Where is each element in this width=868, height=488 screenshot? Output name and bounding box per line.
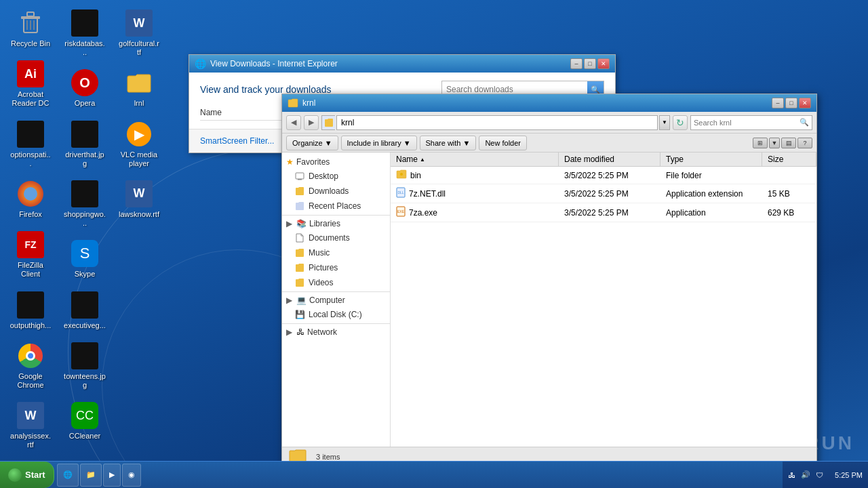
explorer-file-list-pane: Name ▲ Date modified Type Size: [391, 152, 816, 447]
downloads-nav-label: Downloads: [309, 186, 349, 196]
svg-text:EXE: EXE: [397, 209, 405, 214]
file-type-col: Application extension: [660, 184, 762, 203]
address-bar[interactable]: krnl: [336, 115, 658, 130]
nav-item-music[interactable]: Music: [282, 245, 390, 260]
computer-section[interactable]: ▶ 💻 Computer: [282, 293, 390, 307]
desktop-icon-golfcultural[interactable]: W golfcultural.rtf: [115, 7, 163, 60]
lawsknow-label: lawsknow.rtf: [119, 210, 159, 219]
include-library-button[interactable]: Include in library ▼: [341, 136, 417, 150]
organize-dropdown-icon: ▼: [325, 139, 332, 147]
preview-pane-button[interactable]: ▤: [781, 138, 796, 148]
organize-button[interactable]: Organize ▼: [286, 136, 338, 150]
table-row[interactable]: EXE 7za.exe 3/5/2022 5:25 PM Application: [391, 203, 816, 222]
explorer-search-input[interactable]: [694, 119, 800, 127]
desktop-icon-recycle-bin[interactable]: Recycle Bin: [7, 7, 54, 51]
file-name-col: bin: [391, 167, 559, 184]
col-header-size[interactable]: Size: [762, 152, 816, 166]
filezilla-label: FileZilla Client: [9, 261, 52, 279]
new-folder-button[interactable]: New folder: [479, 136, 527, 150]
nav-item-documents[interactable]: Documents: [282, 230, 390, 245]
table-row[interactable]: DLL 7z.NET.dll 3/5/2022 5:25 PM Applicat…: [391, 184, 816, 203]
taskbar-item-chrome[interactable]: ◉: [122, 464, 141, 487]
folder-icon: [396, 169, 407, 181]
nav-item-local-disk[interactable]: 💾 Local Disk (C:): [282, 307, 390, 322]
desktop: Recycle Bin Ai Acrobat Reader DC options…: [0, 0, 868, 488]
nav-item-desktop[interactable]: Desktop: [282, 169, 390, 184]
ie-minimize-button[interactable]: –: [570, 58, 583, 69]
share-with-button[interactable]: Share with ▼: [420, 136, 477, 150]
desktop-icon-ccleaner[interactable]: CC CCleaner: [61, 399, 108, 443]
file-name: bin: [410, 171, 421, 180]
nav-item-downloads[interactable]: Downloads: [282, 184, 390, 199]
golfcultural-label: golfcultural.rtf: [118, 39, 160, 57]
smartscreen-filter-link[interactable]: SmartScreen Filter...: [200, 136, 274, 146]
col-header-type[interactable]: Type: [660, 152, 762, 166]
riskdata-label: riskdatabas...: [64, 39, 106, 57]
explorer-minimize-button[interactable]: –: [772, 98, 784, 108]
executiveg-label: executiveg...: [64, 321, 106, 330]
ie-window-controls: – □ ✕: [570, 58, 610, 69]
view-dropdown-button[interactable]: ▼: [769, 138, 780, 148]
desktop-icon-lawsknow[interactable]: W lawsknow.rtf: [115, 178, 163, 222]
forward-button[interactable]: ▶: [304, 115, 319, 130]
nav-item-pictures[interactable]: Pictures: [282, 260, 390, 275]
analysis-label: analysissex.rtf: [9, 432, 52, 449]
desktop-icon-townteens[interactable]: townteens.jpg: [61, 340, 108, 392]
townteens-label: townteens.jpg: [64, 372, 106, 390]
recent-places-nav-label: Recent Places: [309, 201, 361, 211]
explorer-titlebar: krnl – □ ✕: [282, 94, 816, 112]
favorites-section[interactable]: ★ Favorites: [282, 155, 390, 169]
desktop-icon-vlc[interactable]: ▶ VLC media player: [115, 118, 163, 171]
view-details-button[interactable]: ⊞: [753, 138, 768, 148]
desktop-icon-outputhigh[interactable]: outputhigh...: [7, 289, 54, 333]
outputhigh-label: outputhigh...: [10, 321, 52, 330]
desktop-icon-skype[interactable]: S Skype: [61, 237, 108, 281]
desktop-icon-lrnl-folder[interactable]: lrnl: [115, 66, 163, 110]
desktop-icon-riskdata[interactable]: riskdatabas...: [61, 7, 108, 60]
help-button[interactable]: ?: [797, 138, 812, 148]
taskbar-item-ie[interactable]: 🌐: [57, 464, 79, 487]
desktop-icon-driverthat[interactable]: driverthat.jpg: [61, 118, 108, 171]
desktop-icon-executiveg[interactable]: executiveg...: [61, 289, 108, 333]
file-list-header: Name ▲ Date modified Type Size: [391, 152, 816, 167]
svg-point-8: [400, 173, 403, 176]
start-orb-icon: [8, 468, 22, 482]
libraries-section[interactable]: ▶ 📚 Libraries: [282, 217, 390, 230]
taskbar-item-explorer[interactable]: 📁: [80, 464, 102, 487]
file-list: bin 3/5/2022 5:25 PM File folder: [391, 167, 816, 447]
taskbar-item-wmp[interactable]: ▶: [103, 464, 121, 487]
ie-maximize-button[interactable]: □: [584, 58, 596, 69]
ie-close-button[interactable]: ✕: [597, 58, 610, 69]
file-name: 7z.NET.dll: [409, 189, 446, 199]
nav-item-videos[interactable]: Videos: [282, 275, 390, 290]
explorer-close-button[interactable]: ✕: [799, 98, 811, 108]
explorer-maximize-button[interactable]: □: [785, 98, 797, 108]
local-disk-icon: 💾: [295, 310, 305, 319]
desktop-icon-analysis[interactable]: W analysissex.rtf: [7, 399, 54, 452]
file-date-col: 3/5/2022 5:25 PM: [559, 184, 660, 203]
desktop-icon-opera[interactable]: O Opera: [61, 66, 108, 110]
table-row[interactable]: bin 3/5/2022 5:25 PM File folder: [391, 167, 816, 184]
address-dropdown-button[interactable]: ▼: [659, 115, 670, 130]
network-section[interactable]: ▶ 🖧 Network: [282, 325, 390, 339]
network-nav-label: Network: [307, 327, 337, 337]
start-label: Start: [25, 470, 45, 480]
desktop-icon-chrome[interactable]: Google Chrome: [7, 340, 54, 392]
desktop-icon-filezilla[interactable]: FZ FileZilla Client: [7, 228, 54, 281]
file-date-col: 3/5/2022 5:25 PM: [559, 167, 660, 184]
desktop-icon-optionspati[interactable]: optionspati...: [7, 118, 54, 171]
back-button[interactable]: ◀: [286, 115, 301, 130]
nav-divider-2: [282, 291, 390, 292]
refresh-button[interactable]: ↻: [673, 115, 688, 130]
col-header-date[interactable]: Date modified: [559, 152, 660, 166]
start-button[interactable]: Start: [0, 462, 54, 488]
desktop-icon-firefox[interactable]: Firefox: [7, 178, 54, 222]
desktop-nav-label: Desktop: [309, 171, 338, 181]
lrnl-label: lrnl: [134, 99, 144, 108]
desktop-icon-shoppingwo[interactable]: shoppingwo...: [61, 178, 108, 230]
desktop-icon-acrobat[interactable]: Ai Acrobat Reader DC: [7, 58, 54, 110]
file-size-col: 629 KB: [762, 203, 816, 222]
nav-item-recent-places[interactable]: Recent Places: [282, 199, 390, 214]
pictures-nav-label: Pictures: [309, 263, 338, 272]
col-header-name[interactable]: Name ▲: [391, 152, 559, 166]
